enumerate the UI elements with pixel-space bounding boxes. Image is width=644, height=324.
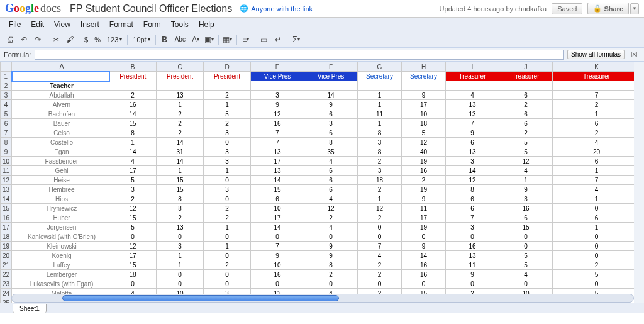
merge-icon[interactable]: ▭ xyxy=(258,33,270,46)
cell[interactable]: 0 xyxy=(204,270,251,279)
cell[interactable]: 9 xyxy=(304,100,358,109)
cell[interactable] xyxy=(304,81,358,91)
menu-form[interactable]: Form xyxy=(138,19,166,30)
cell[interactable]: 18 xyxy=(358,176,402,185)
cell[interactable]: 17 xyxy=(402,100,446,109)
col-header-A[interactable]: A xyxy=(12,62,109,72)
cell[interactable]: 9 xyxy=(402,91,446,100)
cell[interactable]: 9 xyxy=(304,251,358,260)
cell[interactable]: Huber xyxy=(12,213,109,223)
cell[interactable]: 6 xyxy=(553,119,641,128)
cell[interactable]: 6 xyxy=(499,119,553,128)
cell[interactable]: 2 xyxy=(358,213,402,223)
cell[interactable]: 14 xyxy=(157,138,204,147)
cell[interactable]: 13 xyxy=(157,91,204,100)
cell[interactable]: 1 xyxy=(157,251,204,260)
cell[interactable]: 1 xyxy=(553,109,641,119)
cell[interactable]: 0 xyxy=(553,279,641,289)
cell[interactable]: 12 xyxy=(251,109,304,119)
cell[interactable]: Treasurer xyxy=(553,72,641,81)
cell[interactable]: 9 xyxy=(251,100,304,109)
cell[interactable]: Egan xyxy=(12,147,109,157)
cell[interactable]: 8 xyxy=(157,204,204,213)
cell[interactable]: 14 xyxy=(446,166,499,176)
horizontal-scrollbar[interactable] xyxy=(11,294,634,303)
cell[interactable]: 6 xyxy=(553,213,641,223)
cell[interactable] xyxy=(12,72,109,81)
cell[interactable]: 2 xyxy=(304,213,358,223)
cell[interactable]: 1 xyxy=(358,119,402,128)
cell[interactable]: Gehl xyxy=(12,166,109,176)
cell[interactable]: 2 xyxy=(358,157,402,166)
col-header-G[interactable]: G xyxy=(358,62,402,72)
cell[interactable]: 4 xyxy=(109,157,157,166)
cell[interactable]: 31 xyxy=(157,147,204,157)
cell[interactable]: 1 xyxy=(358,91,402,100)
row-header[interactable]: 10 xyxy=(1,157,12,166)
col-header-K[interactable]: K xyxy=(553,62,641,72)
cell[interactable]: Jorgensen xyxy=(12,223,109,232)
cell[interactable]: Lemberger xyxy=(12,270,109,279)
cell[interactable] xyxy=(499,81,553,91)
cell[interactable]: 0 xyxy=(304,232,358,242)
row-header[interactable]: 17 xyxy=(1,223,12,232)
row-header[interactable]: 8 xyxy=(1,138,12,147)
row-header[interactable]: 14 xyxy=(1,194,12,204)
cell[interactable]: Heise xyxy=(12,176,109,185)
cell[interactable]: 8 xyxy=(358,128,402,138)
cell[interactable]: Koenig xyxy=(12,251,109,260)
text-color-icon[interactable]: A▾ xyxy=(189,33,202,46)
cell[interactable]: 12 xyxy=(109,242,157,251)
cell[interactable]: 5 xyxy=(109,176,157,185)
cell[interactable]: 16 xyxy=(499,204,553,213)
cell[interactable]: 13 xyxy=(446,109,499,119)
row-header[interactable]: 1 xyxy=(1,72,12,81)
cell[interactable]: 2 xyxy=(358,270,402,279)
cell[interactable]: 7 xyxy=(251,242,304,251)
cell[interactable]: 13 xyxy=(446,147,499,157)
font-size[interactable]: 10pt▾ xyxy=(130,36,152,43)
cell[interactable] xyxy=(358,81,402,91)
cell[interactable]: 15 xyxy=(251,185,304,194)
cell[interactable]: 3 xyxy=(251,91,304,100)
cell[interactable]: 14 xyxy=(109,109,157,119)
print-icon[interactable]: 🖨 xyxy=(4,33,16,46)
cell[interactable]: 0 xyxy=(251,232,304,242)
cell[interactable]: 13 xyxy=(157,223,204,232)
cell[interactable]: 2 xyxy=(204,204,251,213)
cell[interactable]: 13 xyxy=(251,166,304,176)
cell[interactable]: 1 xyxy=(157,260,204,270)
fill-color-icon[interactable]: ▣▾ xyxy=(203,33,216,46)
cell[interactable]: 3 xyxy=(446,223,499,232)
cell[interactable]: 6 xyxy=(499,91,553,100)
cell[interactable]: 1 xyxy=(553,223,641,232)
cell[interactable]: 0 xyxy=(358,279,402,289)
col-header-D[interactable]: D xyxy=(204,62,251,72)
cell[interactable]: 1 xyxy=(157,166,204,176)
cell[interactable]: 14 xyxy=(109,147,157,157)
cell[interactable]: 17 xyxy=(109,251,157,260)
share-button[interactable]: 🔒 Share xyxy=(587,3,629,14)
cell[interactable] xyxy=(402,81,446,91)
cell[interactable]: 7 xyxy=(251,128,304,138)
cell[interactable]: 15 xyxy=(157,176,204,185)
cell[interactable]: 1 xyxy=(204,223,251,232)
cell[interactable]: 12 xyxy=(109,204,157,213)
cell[interactable]: 9 xyxy=(304,242,358,251)
cell[interactable]: 0 xyxy=(358,223,402,232)
cell[interactable]: 6 xyxy=(304,185,358,194)
document-title[interactable]: FP Student Council Officer Elections xyxy=(70,3,232,14)
cell[interactable]: 19 xyxy=(402,185,446,194)
cell[interactable]: 16 xyxy=(446,242,499,251)
cell[interactable]: 8 xyxy=(446,185,499,194)
cell[interactable]: 5 xyxy=(499,260,553,270)
cell[interactable]: 1 xyxy=(553,194,641,204)
cell[interactable]: 5 xyxy=(402,128,446,138)
cell[interactable]: 1 xyxy=(109,138,157,147)
row-header[interactable]: 21 xyxy=(1,260,12,270)
cell[interactable]: 6 xyxy=(446,194,499,204)
cell[interactable]: 3 xyxy=(109,185,157,194)
menu-insert[interactable]: Insert xyxy=(75,19,104,30)
cell[interactable]: 1 xyxy=(157,100,204,109)
cell[interactable]: 0 xyxy=(157,270,204,279)
